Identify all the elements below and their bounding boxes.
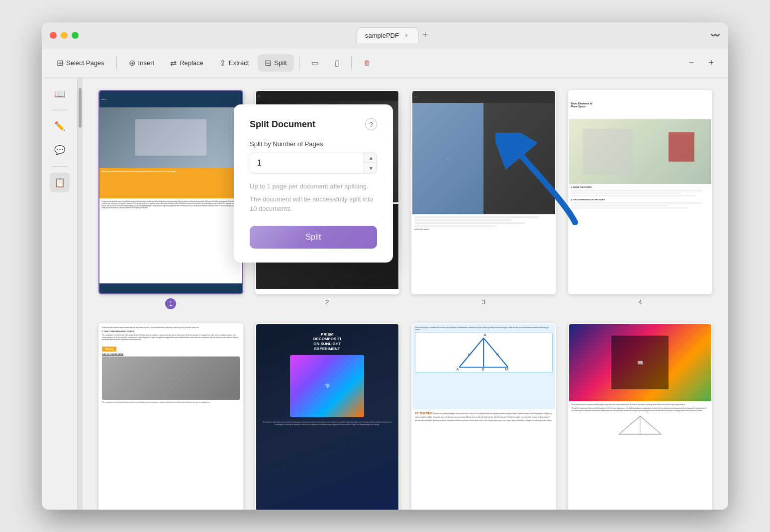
split-button[interactable]: ⊟ Split [258, 54, 293, 72]
page-item-4[interactable]: Basic Elements ofPlane Space 1. KNOW THE… [568, 90, 713, 309]
tab-label: samplePDF [365, 32, 399, 39]
modal-header: Split Document ? [250, 118, 377, 130]
scrollbar[interactable] [78, 78, 83, 510]
page-num-4: 4 [638, 298, 642, 306]
waveform-icon: 〰️ [710, 30, 720, 40]
page-6-content: PRISMDECOMPOSITION SUNLIGHTEXPERIMENT 💎 … [256, 324, 399, 510]
page-item-3[interactable]: ■ ■ ◻ ◻ [411, 90, 556, 309]
page-thumb-5[interactable]: Points also have dominant and recessive … [98, 323, 243, 510]
split-icon: ⊟ [265, 58, 271, 68]
page-thumb-7[interactable]: These studies laid the foundation for th… [411, 323, 556, 510]
trash-icon: 🗑 [364, 59, 370, 67]
svg-text:M: M [496, 353, 499, 356]
pages-grid: ■ ■ ■ Building environment information m… [98, 90, 712, 510]
insert-icon: ⊕ [129, 58, 135, 68]
app-window: samplePDF × + 〰️ ⊞ Select Pages ⊕ Insert… [42, 22, 728, 510]
page-thumb-4[interactable]: Basic Elements ofPlane Space 1. KNOW THE… [568, 90, 713, 294]
zoom-out-button[interactable]: − [682, 54, 700, 72]
page-thumb-6[interactable]: PRISMDECOMPOSITION SUNLIGHTEXPERIMENT 💎 … [255, 323, 400, 510]
modal-title: Split Document [250, 119, 315, 130]
svg-text:M: M [468, 353, 471, 356]
spinner-down-button[interactable]: ▼ [364, 163, 377, 173]
sidebar-icon-brush[interactable]: ✏️ [50, 116, 70, 136]
page-item-1[interactable]: ■ ■ ■ Building environment information m… [98, 90, 243, 309]
minimize-button[interactable] [61, 32, 68, 39]
page-8-content: 📖 This experiment can be repeated endles… [569, 324, 712, 510]
page-num-2: 2 [325, 298, 329, 306]
toolbar-divider-2 [299, 56, 299, 70]
page-thumb-3[interactable]: ■ ■ ◻ ◻ [411, 90, 556, 294]
split-info-text-1: Up to 1 page per document after splittin… [250, 181, 377, 191]
svg-line-2 [459, 338, 483, 367]
scroll-thumb[interactable] [79, 88, 82, 128]
toolbar: ⊞ Select Pages ⊕ Insert ⇄ Replace ⇪ Extr… [42, 48, 728, 78]
page-1-content: ■ ■ ■ Building environment information m… [99, 91, 242, 293]
sidebar-separator-2 [52, 166, 68, 167]
traffic-lights [50, 32, 79, 39]
trash-button[interactable]: 🗑 [357, 55, 377, 71]
page-item-8[interactable]: 📖 This experiment can be repeated endles… [568, 323, 713, 510]
left-sidebar: 📖 ✏️ 💬 📋 [42, 78, 78, 510]
tab-bar: samplePDF × + [85, 27, 704, 43]
tab-samplepdf[interactable]: samplePDF × [357, 27, 418, 43]
page-7-content: These studies laid the foundation for th… [412, 324, 555, 510]
page-thumb-1[interactable]: ■ ■ ■ Building environment information m… [98, 90, 243, 294]
view-single-button[interactable]: ▭ [304, 54, 326, 72]
replace-button[interactable]: ⇄ Replace [163, 54, 210, 72]
toolbar-divider-3 [351, 56, 352, 70]
split-info-text-2: The document will be successfully split … [250, 194, 377, 214]
svg-line-12 [640, 416, 661, 434]
view-single-icon: ▭ [311, 58, 319, 68]
sidebar-icon-book[interactable]: 📖 [50, 84, 70, 104]
titlebar: samplePDF × + 〰️ [42, 22, 728, 48]
content-area[interactable]: ■ ■ ■ Building environment information m… [83, 78, 728, 510]
page-num-badge-1: 1 [165, 298, 176, 309]
sidebar-icon-pages[interactable]: 📋 [50, 173, 70, 192]
svg-text:A: A [456, 366, 459, 371]
select-pages-button[interactable]: ⊞ Select Pages [50, 54, 111, 72]
sidebar-separator [52, 110, 68, 110]
view-double-icon: ▯ [335, 58, 339, 68]
svg-text:B: B [481, 366, 484, 371]
svg-text:M: M [505, 366, 508, 371]
page-item-6[interactable]: PRISMDECOMPOSITION SUNLIGHTEXPERIMENT 💎 … [255, 323, 400, 510]
extract-button[interactable]: ⇪ Extract [212, 54, 256, 72]
spinner-up-button[interactable]: ▲ [364, 153, 377, 163]
pages-number-input[interactable] [250, 153, 364, 173]
new-tab-button[interactable]: + [418, 28, 432, 42]
insert-button[interactable]: ⊕ Insert [122, 54, 162, 72]
view-double-button[interactable]: ▯ [328, 54, 346, 72]
maximize-button[interactable] [72, 32, 79, 39]
close-button[interactable] [50, 32, 57, 39]
sidebar-icon-comment[interactable]: 💬 [50, 140, 70, 160]
page-thumb-8[interactable]: 📖 This experiment can be repeated endles… [568, 323, 713, 510]
split-by-pages-label: Split by Number of Pages [250, 140, 377, 148]
split-modal: Split Document ? Split by Number of Page… [234, 104, 393, 263]
page-item-5[interactable]: Points also have dominant and recessive … [98, 323, 243, 510]
extract-icon: ⇪ [219, 58, 226, 68]
page-num-3: 3 [482, 298, 485, 306]
replace-icon: ⇄ [170, 58, 177, 68]
toolbar-divider-1 [116, 56, 117, 70]
number-spinners: ▲ ▼ [364, 153, 377, 173]
modal-help-button[interactable]: ? [365, 118, 377, 130]
tab-close-button[interactable]: × [403, 32, 410, 39]
page-item-7[interactable]: These studies laid the foundation for th… [411, 323, 556, 510]
modal-split-button[interactable]: Split [250, 226, 377, 249]
zoom-in-button[interactable]: + [702, 54, 720, 72]
page-3-content: ■ ■ ◻ ◻ [412, 91, 555, 293]
page-5-content: Points also have dominant and recessive … [99, 324, 242, 510]
page-4-content: Basic Elements ofPlane Space 1. KNOW THE… [569, 91, 712, 293]
svg-line-11 [619, 416, 640, 434]
number-input-row: ▲ ▼ [250, 153, 377, 174]
title-right: 〰️ [710, 30, 720, 40]
page-num-1: 1 [165, 298, 176, 309]
svg-text:A: A [483, 333, 486, 337]
select-pages-icon: ⊞ [57, 58, 63, 68]
